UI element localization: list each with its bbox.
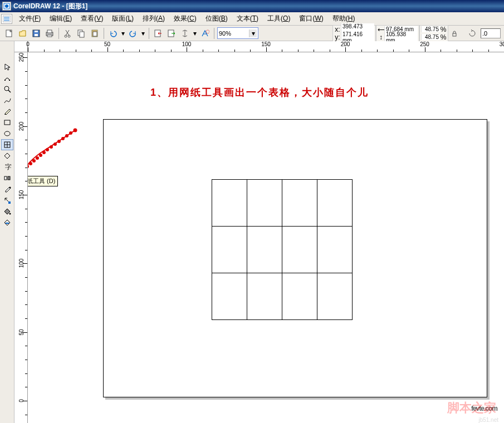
width-icon: ⟷ <box>378 26 384 33</box>
scale-x-value[interactable]: 48.75 <box>421 26 440 32</box>
svg-rect-8 <box>35 34 38 36</box>
svg-point-21 <box>206 30 209 33</box>
menu-tools[interactable]: 工具(O) <box>263 13 295 24</box>
smart-draw-tool[interactable] <box>1 106 13 117</box>
svg-rect-27 <box>4 120 10 125</box>
ghost-text: jb51.net <box>478 417 498 423</box>
zoom-select[interactable]: ▾ <box>217 27 258 39</box>
svg-point-44 <box>50 145 53 149</box>
redo-dropdown[interactable]: ▾ <box>140 27 146 40</box>
svg-point-42 <box>57 140 61 143</box>
undo-dropdown[interactable]: ▾ <box>120 27 126 40</box>
paste-button[interactable] <box>89 27 101 40</box>
freehand-tool[interactable] <box>1 95 13 106</box>
basic-shapes-tool[interactable] <box>1 150 13 161</box>
svg-point-45 <box>46 148 49 151</box>
menu-file[interactable]: 文件(F) <box>14 13 45 24</box>
chevron-down-icon[interactable]: ▾ <box>249 29 257 37</box>
menu-arrange[interactable]: 排列(A) <box>138 13 169 24</box>
menu-bitmap[interactable]: 位图(B) <box>201 13 232 24</box>
save-button[interactable] <box>30 27 42 40</box>
undo-button[interactable] <box>107 27 119 40</box>
svg-point-37 <box>9 213 11 215</box>
scale-y-value[interactable]: 48.75 <box>421 34 440 40</box>
fill-tool[interactable] <box>1 206 13 217</box>
import-button[interactable] <box>152 27 164 40</box>
svg-rect-36 <box>8 201 11 204</box>
menu-layout[interactable]: 版面(L) <box>107 13 138 24</box>
corel-online-button[interactable] <box>199 27 211 40</box>
grid-object[interactable] <box>212 179 353 320</box>
window-title: CorelDRAW 12 - [图形1] <box>13 2 87 11</box>
menu-window[interactable]: 窗口(W) <box>295 13 327 24</box>
outline-tool[interactable] <box>1 195 13 206</box>
app-launcher-button[interactable] <box>179 27 191 40</box>
svg-point-47 <box>39 154 42 157</box>
svg-rect-22 <box>453 33 456 36</box>
svg-point-49 <box>32 159 36 163</box>
tooltip: 图纸工具 (D) <box>28 176 58 186</box>
svg-rect-12 <box>47 35 52 37</box>
vertical-ruler[interactable]: 250200150100500 <box>14 52 28 423</box>
svg-rect-23 <box>4 80 6 81</box>
svg-point-46 <box>42 151 46 154</box>
height-icon: ↕ <box>378 33 384 41</box>
annotation-text: 1、用网纸工具画出一个表格，大小随自个儿 <box>150 86 369 99</box>
svg-point-28 <box>4 131 10 136</box>
svg-point-25 <box>4 86 9 91</box>
copy-button[interactable] <box>75 27 87 40</box>
pick-tool[interactable] <box>1 61 13 72</box>
workspace: 字 050100150200250300 250200150100500 1、用… <box>0 41 504 423</box>
svg-point-51 <box>28 165 29 168</box>
svg-rect-11 <box>47 30 52 33</box>
menu-text[interactable]: 文本(T) <box>232 13 263 24</box>
svg-point-40 <box>65 134 68 137</box>
svg-rect-24 <box>9 80 10 81</box>
graph-paper-tool[interactable] <box>1 139 13 150</box>
svg-point-38 <box>74 129 77 132</box>
control-box-icon[interactable] <box>1 14 12 24</box>
eyedropper-tool[interactable] <box>1 184 13 195</box>
svg-point-43 <box>53 142 57 146</box>
menu-effects[interactable]: 效果(C) <box>169 13 201 24</box>
svg-rect-9 <box>35 31 38 32</box>
property-bar: x:398.473 mm y:171.416 mm ⟷97.684 mm ↕10… <box>332 25 501 42</box>
svg-point-35 <box>9 187 11 189</box>
launcher-dropdown[interactable]: ▾ <box>192 27 198 40</box>
print-button[interactable] <box>43 27 56 40</box>
svg-rect-33 <box>4 176 7 180</box>
export-button[interactable] <box>165 27 178 40</box>
ellipse-tool[interactable] <box>1 128 13 139</box>
zoom-tool[interactable] <box>1 83 13 95</box>
app-icon <box>2 2 11 11</box>
interactive-fill-tool[interactable] <box>1 217 13 228</box>
new-button[interactable] <box>3 27 16 40</box>
rectangle-tool[interactable] <box>1 117 13 128</box>
svg-point-41 <box>61 137 65 140</box>
svg-rect-16 <box>80 32 84 37</box>
pointer-trail-annotation <box>28 125 86 175</box>
svg-point-39 <box>69 131 72 135</box>
rotate-button[interactable] <box>466 27 478 40</box>
menu-edit[interactable]: 编辑(E) <box>45 13 76 24</box>
standard-toolbar: ▾ ▾ ▾ ▾ x:398.473 mm y:171.416 mm ⟷97.68… <box>0 26 504 41</box>
svg-line-26 <box>8 90 11 92</box>
rotation-input[interactable] <box>481 28 501 38</box>
menu-view[interactable]: 查看(V) <box>76 13 107 24</box>
text-tool[interactable]: 字 <box>1 161 13 173</box>
shape-tool[interactable] <box>1 72 13 83</box>
zoom-input[interactable] <box>219 30 249 37</box>
svg-text:字: 字 <box>5 163 11 171</box>
open-button[interactable] <box>17 27 29 40</box>
svg-point-1 <box>5 4 8 8</box>
interactive-tool[interactable] <box>1 173 13 184</box>
lock-ratio-button[interactable] <box>448 27 461 40</box>
canvas[interactable]: 1、用网纸工具画出一个表格，大小随自个儿 图纸工具 (D) <box>28 52 504 423</box>
horizontal-ruler[interactable]: 050100150200250300 <box>28 41 504 52</box>
cut-button[interactable] <box>62 27 74 40</box>
y-label: y: <box>334 33 341 41</box>
menubar: 文件(F) 编辑(E) 查看(V) 版面(L) 排列(A) 效果(C) 位图(B… <box>0 12 504 26</box>
svg-point-50 <box>29 162 32 165</box>
redo-button[interactable] <box>127 27 139 40</box>
svg-rect-18 <box>93 32 97 36</box>
